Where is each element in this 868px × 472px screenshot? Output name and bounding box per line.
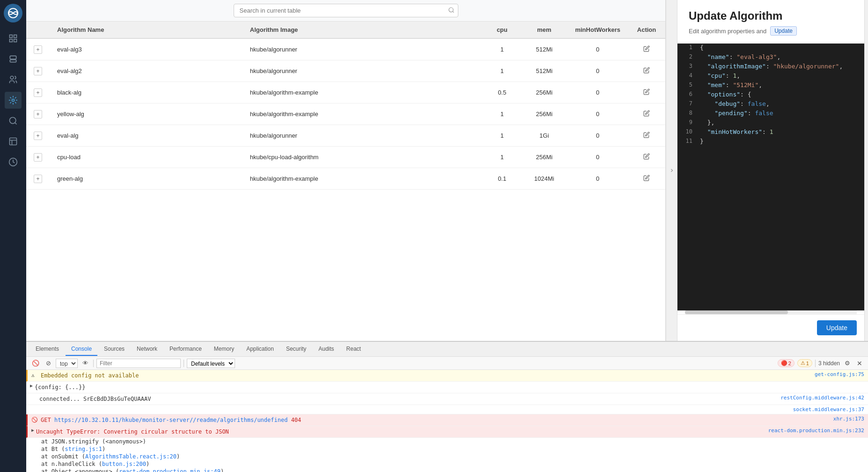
row-name-cell: green-alg: [50, 168, 243, 190]
devtools-tab-sources[interactable]: Sources: [98, 343, 130, 356]
code-line: 10 "minHotWorkers": 1: [677, 128, 864, 137]
stack-link[interactable]: string.js:1: [65, 446, 102, 452]
default-levels-select[interactable]: Default levels: [187, 359, 235, 368]
entry-file-link[interactable]: restConfig.middleware.js:42: [773, 395, 864, 401]
devtools-tab-network[interactable]: Network: [131, 343, 163, 356]
row-minhot-cell: 0: [567, 168, 628, 190]
expand-row-button[interactable]: +: [34, 45, 42, 54]
entry-file-link[interactable]: react-dom.production.min.js:232: [761, 428, 864, 434]
edit-row-button[interactable]: [641, 87, 652, 98]
row-expand-cell: +: [26, 147, 50, 168]
sidebar-item-pipelines[interactable]: [5, 51, 22, 67]
svg-point-10: [449, 7, 453, 12]
table-scroll-right[interactable]: [666, 0, 677, 341]
get-url-link[interactable]: https://10.32.10.11/hkube/monitor-server…: [54, 417, 288, 423]
devtools-tab-react[interactable]: React: [341, 343, 367, 356]
entry-file-link[interactable]: xhr.js:173: [826, 416, 864, 422]
devtools-tab-audits[interactable]: Audits: [313, 343, 339, 356]
edit-row-button[interactable]: [641, 151, 652, 163]
update-button[interactable]: Update: [817, 320, 857, 335]
devtools-tab-performance[interactable]: Performance: [164, 343, 207, 356]
stack-line: at n.handleClick (button.js:200): [26, 460, 868, 468]
row-expand-cell: +: [26, 82, 50, 103]
stack-line: at onSubmit (AlgorithmsTable.react.js:20…: [26, 453, 868, 460]
line-content: "algorithmImage": "hkube/algorunner",: [696, 62, 864, 72]
sidebar-item-dashboard[interactable]: [5, 30, 22, 47]
expand-chevron[interactable]: ▶: [30, 383, 33, 388]
row-action-cell: [628, 38, 665, 60]
code-line: 5 "mem": "512Mi",: [677, 81, 864, 90]
code-line: 8 "pending": false: [677, 109, 864, 118]
expand-row-button[interactable]: +: [34, 153, 42, 162]
edit-row-button[interactable]: [641, 130, 652, 141]
console-entry: connected... SrEcBdDJBsGuTeQUAAAVrestCon…: [26, 393, 868, 405]
expand-row-button[interactable]: +: [34, 67, 42, 75]
console-output[interactable]: ⚠Embedded config not availableget-config…: [26, 370, 868, 472]
settings-button[interactable]: ⚙: [843, 359, 852, 368]
stack-link[interactable]: AlgorithmsTable.react.js:20: [85, 453, 177, 460]
line-content: }: [696, 137, 864, 147]
sidebar-item-search[interactable]: [5, 112, 22, 129]
filter-toggle-button[interactable]: ⊘: [44, 359, 53, 368]
devtools-toolbar: 🚫 ⊘ top 👁 Default levels 🔴 2 ⚠: [26, 357, 868, 370]
row-minhot-cell: 0: [567, 38, 628, 60]
close-devtools-button[interactable]: ✕: [855, 359, 864, 368]
devtools-tab-memory[interactable]: Memory: [208, 343, 240, 356]
sidebar-item-algorithms[interactable]: [5, 92, 22, 109]
col-header-cpu[interactable]: cpu: [483, 22, 521, 38]
warning-count-badge[interactable]: ⚠ 1: [797, 359, 812, 367]
search-input[interactable]: [234, 4, 458, 17]
devtools-tab-elements[interactable]: Elements: [30, 343, 65, 356]
line-content: "name": "eval-alg3",: [696, 53, 864, 62]
stack-link[interactable]: button.js:200: [102, 461, 146, 467]
row-mem-cell: 256Mi: [521, 147, 567, 168]
sidebar-item-history[interactable]: [5, 154, 22, 170]
code-editor[interactable]: 1{2 "name": "eval-alg3",3 "algorithmImag…: [677, 44, 864, 310]
console-entry: ▶Uncaught TypeError: Converting circular…: [26, 426, 868, 438]
devtools-tab-console[interactable]: Console: [66, 343, 97, 356]
col-header-image[interactable]: Algorithm Image: [243, 22, 484, 38]
stack-link[interactable]: react-dom.production.min.js:49: [119, 468, 221, 472]
svg-point-6: [12, 99, 15, 102]
app-logo[interactable]: [4, 4, 22, 22]
sidebar-item-persons[interactable]: [5, 71, 22, 88]
panel-scroll-bar[interactable]: [685, 310, 857, 314]
line-number: 1: [677, 44, 696, 53]
eye-button[interactable]: 👁: [81, 359, 90, 368]
entry-file-link[interactable]: socket.middleware.js:37: [786, 406, 864, 413]
error-icon: 🔴: [781, 360, 787, 366]
level-select[interactable]: top: [56, 359, 78, 368]
clear-console-button[interactable]: 🚫: [30, 359, 41, 368]
entry-file-link[interactable]: get-config.js:75: [807, 371, 864, 377]
row-image-cell: hkube/algorunner: [243, 125, 484, 147]
warning-icon: ⚠: [31, 371, 39, 380]
line-content: {: [696, 44, 864, 53]
row-cpu-cell: 1: [483, 103, 521, 125]
expand-row-button[interactable]: +: [34, 175, 42, 183]
expand-row-button[interactable]: +: [34, 88, 42, 97]
table-row: + eval-alg hkube/algorunner 1 1Gi 0: [26, 125, 665, 147]
col-header-name[interactable]: Algorithm Name: [50, 22, 243, 38]
console-entry: socket.middleware.js:37: [26, 405, 868, 414]
panel-resize-handle[interactable]: [864, 0, 868, 341]
expand-chevron[interactable]: ▶: [31, 428, 34, 433]
col-header-minhot[interactable]: minHotWorkers: [567, 22, 628, 38]
panel-header: Update Algorithm Edit algorithm properti…: [677, 0, 864, 44]
edit-row-button[interactable]: [641, 65, 652, 77]
error-count-badge[interactable]: 🔴 2: [778, 359, 794, 367]
edit-row-button[interactable]: [641, 173, 652, 184]
edit-row-button[interactable]: [641, 108, 652, 120]
devtools-tab-security[interactable]: Security: [280, 343, 312, 356]
edit-row-button[interactable]: [641, 44, 652, 55]
search-submit-button[interactable]: [448, 7, 455, 15]
line-content: "minHotWorkers": 1: [696, 128, 864, 137]
expand-row-button[interactable]: +: [34, 110, 42, 118]
line-number: 9: [677, 118, 696, 128]
expand-row-button[interactable]: +: [34, 132, 42, 140]
content-area: Algorithm Name Algorithm Image cpu mem m…: [26, 0, 868, 472]
col-header-mem[interactable]: mem: [521, 22, 567, 38]
sidebar-item-board[interactable]: [5, 133, 22, 150]
filter-input[interactable]: [96, 359, 181, 368]
devtools-tab-application[interactable]: Application: [241, 343, 280, 356]
svg-rect-2: [14, 35, 17, 38]
